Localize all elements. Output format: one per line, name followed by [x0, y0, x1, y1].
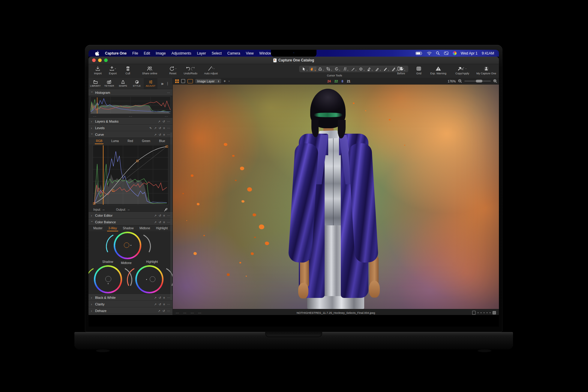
more-options-icon[interactable]: ··· [167, 120, 170, 123]
menu-layer[interactable]: Layer [197, 51, 206, 55]
layer-dropdown[interactable]: Image Layer ▲▼ [195, 79, 221, 83]
section-vignetting[interactable]: › Vignetting ↗↺≡··· [88, 314, 172, 315]
spot-brush-tool[interactable]: ∨ [350, 67, 357, 71]
midtone-wheel-selector[interactable] [124, 242, 129, 248]
tab-style[interactable]: STYLE [130, 78, 144, 89]
section-layers-masks[interactable]: › Layers & Masks ↗ ↺ ··· [88, 118, 172, 125]
zoom-out-icon[interactable] [458, 79, 462, 83]
tab-shape[interactable]: SHAPE [116, 78, 130, 89]
reset-tool-icon[interactable]: ↺ [159, 126, 161, 130]
expand-tool-icon[interactable]: ↗ [154, 303, 156, 306]
presets-icon[interactable]: ≡ [163, 133, 165, 136]
panel-scrollbar[interactable] [170, 132, 172, 300]
expand-tool-icon[interactable]: ↗ [154, 221, 156, 224]
battery-icon[interactable] [416, 52, 423, 55]
presets-icon[interactable]: ≡ [163, 221, 165, 224]
export-button[interactable]: Export [106, 65, 120, 75]
more-options-icon[interactable]: ··· [167, 133, 170, 136]
more-options-icon[interactable]: ··· [167, 214, 170, 217]
more-options-icon[interactable]: ··· [167, 296, 170, 299]
my-capture-one-button[interactable]: My Capture One [477, 65, 496, 75]
reset-tool-icon[interactable]: ↺ [163, 309, 165, 313]
single-view-icon[interactable] [181, 79, 185, 83]
reset-tool-icon[interactable]: ↺ [159, 303, 161, 306]
curve-tab-blue[interactable]: Blue [158, 138, 166, 144]
grid-button[interactable]: Grid [414, 65, 424, 75]
orientation-icon[interactable] [472, 311, 476, 315]
shadow-wheel-selector[interactable] [105, 276, 111, 282]
expand-tool-icon[interactable]: ↗ [154, 296, 156, 299]
menu-file[interactable]: File [132, 51, 138, 55]
copy-apply-button[interactable]: Copy/Apply [453, 65, 472, 75]
menu-image[interactable]: Image [156, 51, 166, 55]
expand-tool-icon[interactable]: ↗ [158, 309, 160, 313]
reset-button[interactable]: Reset [166, 65, 180, 75]
straighten-tool[interactable]: ∨ [342, 67, 349, 71]
fill-brush-tool[interactable]: ∨ [382, 67, 390, 71]
cb-tab-3way[interactable]: 3-Way [107, 226, 118, 231]
reset-tool-icon[interactable]: ↺ [159, 214, 161, 217]
zoom-in-icon[interactable] [493, 79, 497, 83]
multi-view-icon[interactable] [175, 79, 179, 83]
cb-tab-shadow[interactable]: Shadow [122, 226, 135, 231]
keystone-tool[interactable]: ∨ [317, 67, 325, 71]
spotlight-search-icon[interactable] [436, 51, 440, 55]
curve-graph[interactable] [93, 145, 168, 205]
color-tag-icon[interactable] [493, 311, 496, 314]
rating-dot[interactable] [478, 312, 478, 313]
rotate-tool[interactable]: ∨ [334, 67, 341, 71]
menu-select[interactable]: Select [212, 51, 221, 55]
tab-library[interactable]: LIBRARY [88, 78, 102, 89]
expand-tool-icon[interactable]: ↗ [154, 214, 156, 217]
menu-camera[interactable]: Camera [227, 51, 240, 55]
menu-edit[interactable]: Edit [144, 51, 150, 55]
curve-tab-red[interactable]: Red [126, 138, 134, 144]
reset-tool-icon[interactable]: ↺ [159, 296, 161, 299]
exposure-warning-button[interactable]: Exp. Warning [429, 65, 448, 75]
draw-mask-tool[interactable]: ∨ [374, 67, 382, 71]
eyedropper-icon[interactable] [164, 208, 168, 212]
cb-tab-highlight[interactable]: Highlight [155, 226, 169, 231]
more-options-icon[interactable]: ··· [167, 309, 170, 313]
share-online-button[interactable]: Share online [140, 65, 159, 75]
cb-tab-midtone[interactable]: Midtone [138, 226, 152, 231]
more-options-icon[interactable]: ··· [167, 303, 170, 306]
add-layer-chevron-icon[interactable]: ∨ [228, 81, 230, 82]
before-button[interactable]: Before [393, 65, 409, 75]
proof-view-icon[interactable] [188, 79, 193, 83]
expand-panel-icon[interactable]: » [161, 81, 163, 86]
expand-tool-icon[interactable]: ↗ [154, 126, 156, 130]
highlight-color-wheel[interactable] [135, 265, 164, 293]
highlight-wheel-selector[interactable] [150, 276, 155, 282]
zoom-slider[interactable] [464, 81, 491, 82]
midtone-color-wheel[interactable] [114, 232, 141, 259]
panel-options-icon[interactable]: ⋮ [166, 81, 170, 86]
menu-view[interactable]: View [246, 51, 254, 55]
section-levels[interactable]: › Levels ✎ ↗ ↺ ≡ ··· [88, 125, 172, 131]
section-black-white[interactable]: › Black & White ↗↺≡··· [88, 294, 172, 301]
section-dehaze[interactable]: › Dehaze ↗↺··· [88, 307, 172, 314]
presets-icon[interactable]: ≡ [163, 126, 165, 130]
expand-tool-icon[interactable]: ↗ [154, 133, 156, 136]
control-center-icon[interactable] [444, 52, 448, 55]
photo-canvas[interactable] [173, 85, 499, 309]
menu-window[interactable]: Window [259, 51, 272, 55]
reset-tool-icon[interactable]: ↺ [159, 133, 161, 136]
auto-levels-icon[interactable]: ✎ [149, 126, 152, 130]
more-options-icon[interactable]: ··· [167, 221, 170, 224]
shadow-color-wheel[interactable] [94, 265, 122, 293]
tab-adjust[interactable]: ADJUST [144, 78, 158, 89]
wifi-icon[interactable] [427, 52, 432, 55]
section-curve[interactable]: › Curve ↗ ↺ ≡ ··· [88, 131, 172, 138]
presets-icon[interactable]: ≡ [163, 214, 165, 217]
crop-tool[interactable]: ∨ [326, 67, 333, 71]
import-button[interactable]: Import [91, 65, 105, 75]
section-histogram[interactable]: › Histogram ··· [88, 89, 172, 96]
apple-logo-icon[interactable] [95, 51, 99, 56]
pointer-tool[interactable]: ∨ [301, 67, 308, 71]
heal-clone-tool[interactable]: ∨ [358, 67, 365, 71]
cb-tab-master[interactable]: Master [92, 226, 104, 231]
zoom-slider-handle[interactable] [476, 80, 482, 82]
section-color-editor[interactable]: › Color Editor ↗ ↺ ≡ ··· [88, 212, 172, 219]
more-options-icon[interactable]: ··· [167, 91, 170, 94]
